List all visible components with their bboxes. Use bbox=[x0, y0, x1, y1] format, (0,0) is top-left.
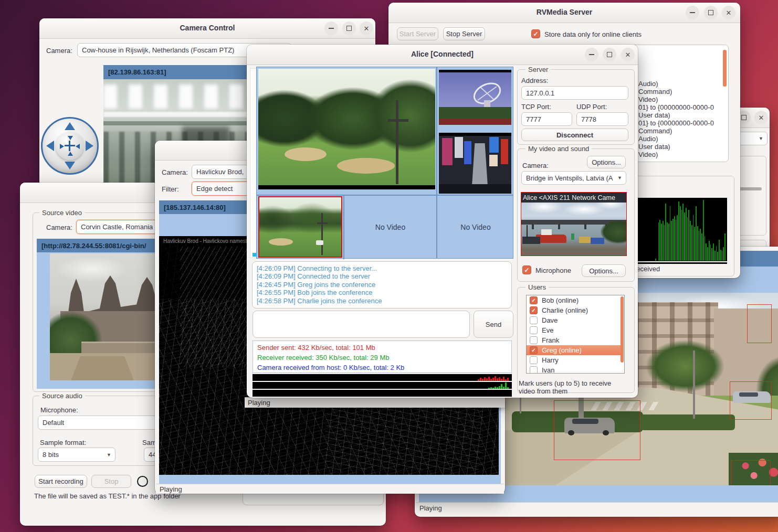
stat-receiver: Receiver received: 350 Kb/sec, total: 29… bbox=[257, 353, 507, 363]
edge-filter-label: Filter: bbox=[162, 185, 179, 193]
udp-port-value: 7778 bbox=[581, 115, 596, 123]
camera-control-titlebar[interactable]: Camera Control ✕ bbox=[39, 18, 375, 39]
stats-panel: Sender sent: 432 Kb/sec, total: 101 Mb R… bbox=[253, 341, 512, 373]
sample-format-combobox[interactable]: 8 bits ▼ bbox=[38, 448, 115, 462]
alice-titlebar[interactable]: Alice [Connected] ✕ bbox=[247, 45, 638, 65]
ptz-down-arrow[interactable] bbox=[65, 162, 75, 169]
minimize-icon[interactable] bbox=[324, 22, 338, 35]
receiver-graph bbox=[253, 382, 512, 389]
chat-input[interactable] bbox=[253, 311, 470, 338]
sliver-status-text: Playing bbox=[248, 399, 270, 407]
self-video-thumbnail[interactable] bbox=[258, 196, 342, 258]
user-checkbox[interactable] bbox=[530, 366, 538, 374]
no-video-cell-2[interactable]: No Video bbox=[438, 196, 513, 258]
user-name: Ivan bbox=[542, 366, 555, 374]
remote-video-golf[interactable] bbox=[258, 69, 435, 189]
motion-detection-box bbox=[747, 304, 772, 343]
chat-line: [4:26:45 PM] Greg joins the conference bbox=[257, 281, 507, 289]
server-log-scrollbar[interactable] bbox=[723, 50, 727, 87]
user-list-item[interactable]: ✓Bob (online) bbox=[527, 295, 621, 305]
mic-options-button[interactable]: Options... bbox=[582, 264, 626, 277]
minimize-icon[interactable] bbox=[585, 48, 598, 61]
edge-status-text: Playing bbox=[160, 485, 182, 493]
stop-server-button[interactable]: Stop Server bbox=[443, 27, 485, 40]
sliver-slider[interactable] bbox=[739, 187, 762, 190]
maximize-icon[interactable] bbox=[603, 48, 616, 61]
server-group-label: Server bbox=[525, 66, 551, 73]
server-log-line: 01} to {00000000-0000-0 bbox=[638, 103, 714, 111]
send-button[interactable]: Send bbox=[474, 311, 513, 338]
user-checkbox[interactable]: ✓ bbox=[530, 306, 538, 314]
user-checkbox[interactable]: ✓ bbox=[530, 346, 538, 354]
users-scrollbar[interactable] bbox=[621, 296, 624, 363]
user-checkbox[interactable] bbox=[530, 336, 538, 344]
ptz-left-arrow[interactable] bbox=[46, 141, 54, 151]
no-video-cell-1[interactable]: No Video bbox=[345, 196, 436, 258]
store-data-checkbox[interactable]: ✓ bbox=[531, 29, 540, 38]
stat-sender: Sender sent: 432 Kb/sec, total: 101 Mb bbox=[257, 343, 507, 353]
close-icon[interactable]: ✕ bbox=[360, 22, 373, 35]
user-list-item[interactable]: ✓Charlie (online) bbox=[527, 305, 621, 315]
user-list-item[interactable]: Eve bbox=[527, 325, 621, 335]
camera-graph bbox=[253, 390, 512, 397]
cc-camera-value: Cow-house in Rijswijk, Netherlands (Fosc… bbox=[82, 46, 234, 54]
chevron-down-icon: ▼ bbox=[617, 175, 622, 180]
user-list-item[interactable]: ✓Greg (online) bbox=[527, 345, 621, 355]
minimize-icon[interactable] bbox=[686, 6, 699, 19]
user-list-item[interactable]: Ivan bbox=[527, 365, 621, 374]
server-log-line: Audio) bbox=[638, 135, 714, 143]
start-recording-button[interactable]: Start recording bbox=[35, 475, 87, 488]
server-log-line: User data) bbox=[638, 143, 714, 151]
user-checkbox[interactable] bbox=[530, 316, 538, 324]
street-status-text: Playing bbox=[419, 504, 442, 512]
sample-format-value: 8 bits bbox=[43, 451, 59, 459]
remote-video-telescope[interactable] bbox=[439, 70, 511, 125]
microphone-checkbox[interactable]: ✓ bbox=[522, 265, 531, 274]
media-camera-combobox[interactable]: Bridge in Ventspils, Latvia (A ▼ bbox=[521, 171, 626, 185]
microphone-value: Default bbox=[43, 419, 64, 427]
chat-line: [4:26:09 PM] Connecting to the server... bbox=[257, 264, 507, 272]
motion-detection-box bbox=[554, 400, 640, 460]
maximize-icon[interactable] bbox=[704, 6, 718, 19]
server-log-line: Command) bbox=[638, 127, 714, 135]
remote-video-timessquare[interactable] bbox=[439, 133, 511, 194]
stat-camera: Camera received from host: 0 Kb/sec, tot… bbox=[257, 363, 507, 373]
address-input[interactable]: 127.0.0.1 bbox=[521, 86, 628, 100]
ptz-center-button[interactable] bbox=[56, 132, 84, 160]
user-name: Harry bbox=[542, 356, 559, 364]
chat-log[interactable]: [4:26:09 PM] Connecting to the server...… bbox=[252, 261, 512, 308]
server-log-line: 01} to {00000000-0000-0 bbox=[638, 119, 714, 127]
desktop: ✕ ▼ bbox=[0, 0, 778, 532]
alice-window: Alice [Connected] ✕ bbox=[247, 45, 638, 398]
user-checkbox[interactable] bbox=[530, 356, 538, 364]
tcp-port-input[interactable]: 7777 bbox=[521, 112, 572, 126]
ptz-right-arrow[interactable] bbox=[86, 141, 93, 151]
user-list-item[interactable]: Harry bbox=[527, 355, 621, 365]
close-icon[interactable]: ✕ bbox=[621, 48, 635, 61]
ptz-up-arrow[interactable] bbox=[65, 122, 75, 130]
street-status-bar: Playing bbox=[416, 502, 778, 514]
preview-caption-bar: Alice <AXIS 211 Network Came bbox=[521, 193, 627, 203]
users-listbox[interactable]: ✓Bob (online)✓Charlie (online)DaveEveFra… bbox=[526, 295, 625, 374]
user-list-item[interactable]: Dave bbox=[527, 315, 621, 325]
user-list-item[interactable]: Frank bbox=[527, 335, 621, 345]
disconnect-button[interactable]: Disconnect bbox=[521, 129, 628, 141]
stop-recording-button[interactable]: Stop bbox=[91, 475, 131, 488]
users-group-label: Users bbox=[525, 283, 549, 291]
edge-status-bar: Playing bbox=[156, 484, 504, 494]
close-icon[interactable]: ✕ bbox=[754, 111, 768, 124]
udp-port-input[interactable]: 7778 bbox=[576, 112, 628, 126]
close-icon[interactable]: ✕ bbox=[722, 6, 735, 19]
ptz-control[interactable] bbox=[41, 117, 99, 175]
user-checkbox[interactable] bbox=[530, 326, 538, 334]
start-server-button[interactable]: Start Server bbox=[397, 27, 438, 40]
server-titlebar[interactable]: RVMedia Server ✕ bbox=[388, 3, 740, 23]
udp-port-label: UDP Port: bbox=[576, 103, 607, 111]
server-log-line: Video) bbox=[638, 151, 714, 158]
camera-options-button[interactable]: Options... bbox=[587, 156, 626, 168]
maximize-icon[interactable] bbox=[342, 22, 356, 35]
chat-line: [4:26:55 PM] Bob joins the conference bbox=[257, 289, 507, 296]
chat-line: [4:26:58 PM] Charlie joins the conferenc… bbox=[257, 297, 507, 305]
tcp-port-value: 7777 bbox=[526, 115, 541, 123]
user-checkbox[interactable]: ✓ bbox=[530, 296, 538, 304]
